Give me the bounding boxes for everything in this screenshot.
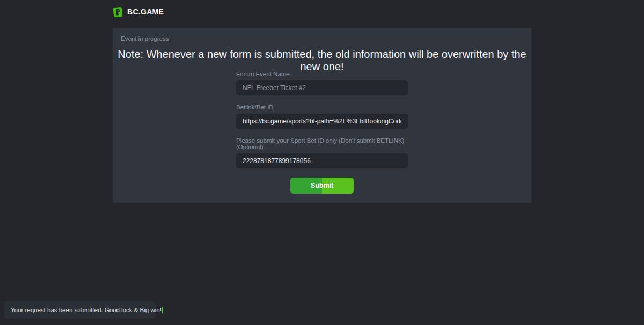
event-form: Forum Event Name Betlink/Bet ID Please s… — [236, 71, 408, 194]
bcgame-logo-icon — [112, 6, 123, 18]
top-header: BC.GAME — [0, 0, 644, 24]
forum-event-name-input[interactable] — [236, 80, 408, 95]
sport-bet-id-input[interactable] — [236, 153, 408, 168]
submit-row: Submit — [236, 178, 408, 194]
forum-event-name-label: Forum Event Name — [236, 71, 408, 77]
sport-bet-id-label: Please submit your Sport Bet ID only (Do… — [236, 137, 408, 150]
toast-message: Your request has been submitted. Good lu… — [11, 307, 162, 313]
brand-logo-group[interactable]: BC.GAME — [112, 6, 164, 18]
submit-button[interactable]: Submit — [290, 178, 354, 194]
field-sport-bet-id: Please submit your Sport Bet ID only (Do… — [236, 137, 408, 168]
field-forum-event-name: Forum Event Name — [236, 71, 408, 95]
betlink-bet-id-label: Betlink/Bet ID — [236, 104, 408, 110]
betlink-bet-id-input[interactable] — [236, 114, 408, 129]
brand-name: BC.GAME — [127, 8, 164, 16]
note-heading: Note: Whenever a new form is submitted, … — [113, 48, 531, 73]
field-betlink-bet-id: Betlink/Bet ID — [236, 104, 408, 129]
event-form-panel: Event in progress Note: Whenever a new f… — [113, 28, 531, 203]
submission-toast: Your request has been submitted. Good lu… — [4, 301, 156, 319]
event-status-text: Event in progress — [121, 35, 169, 42]
loading-spinner-icon — [162, 307, 164, 314]
